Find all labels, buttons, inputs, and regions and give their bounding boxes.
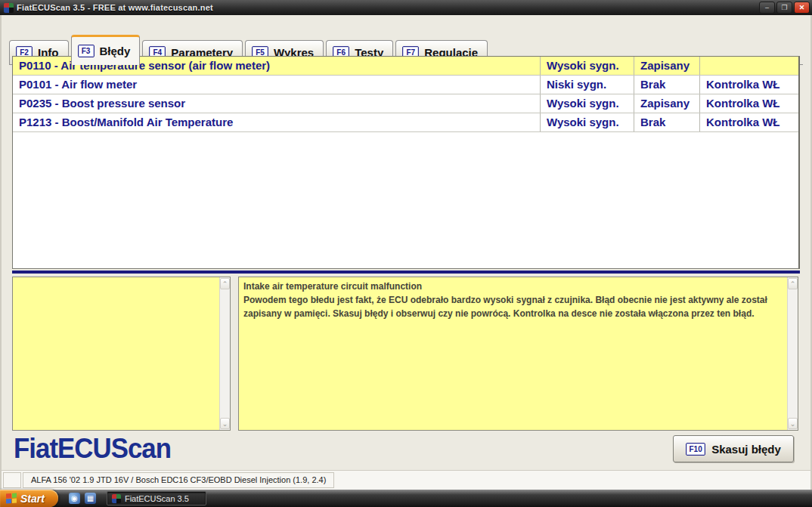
app-icon — [112, 494, 121, 503]
error-memory-status: Brak — [634, 113, 700, 131]
error-description-content: Intake air temperature circuit malfuncti… — [239, 277, 787, 430]
error-description-panel: Intake air temperature circuit malfuncti… — [238, 277, 798, 431]
section-divider — [12, 271, 800, 274]
error-memory-status: Zapisany — [634, 57, 700, 75]
title-bar: FiatECUScan 3.5 - FREE at www.fiatecusca… — [0, 0, 812, 15]
error-signal: Wysoki sygn. — [541, 113, 634, 131]
taskbar-task-fiatecuscan[interactable]: FiatECUScan 3.5 — [107, 491, 206, 505]
error-lamp-status: Kontrolka WŁ — [700, 94, 798, 113]
error-code-description: P1213 - Boost/Manifold Air Temperature — [13, 113, 541, 131]
fkey-badge: F3 — [78, 45, 95, 57]
vehicle-info: ALFA 156 '02 1.9 JTD 16V / Bosch EDC16 C… — [23, 472, 334, 488]
clear-button-label: Skasuj błędy — [711, 443, 781, 456]
restore-button[interactable]: ❐ — [776, 2, 792, 14]
left-panel-scrollbar[interactable]: ⌃ ⌄ — [219, 277, 230, 430]
status-indicator-cell — [3, 472, 21, 488]
main-window: F2 Info F3 Błędy F4 Parametery F5 Wykres… — [0, 15, 812, 490]
quick-launch-icon-1[interactable]: ◉ — [69, 493, 80, 504]
error-code-description: P0235 - Boost pressure sensor — [13, 94, 541, 113]
fiatecuscan-logo: FiatECUScan — [14, 433, 171, 465]
error-lamp-status: Kontrolka WŁ — [700, 76, 798, 94]
close-button[interactable]: ✕ — [794, 2, 810, 14]
error-lamp-status — [700, 57, 798, 75]
freeze-frame-content — [13, 277, 219, 430]
quick-launch-icon-2[interactable]: ▦ — [85, 493, 96, 504]
error-row-p0101[interactable]: P0101 - Air flow meter Niski sygn. Brak … — [13, 76, 798, 94]
error-code-description: P0101 - Air flow meter — [13, 76, 541, 94]
error-signal: Wysoki sygn. — [541, 94, 634, 113]
right-panel-scrollbar[interactable]: ⌃ ⌄ — [787, 277, 798, 430]
error-signal: Wysoki sygn. — [541, 57, 634, 75]
window-title: FiatECUScan 3.5 - FREE at www.fiatecusca… — [17, 3, 213, 12]
quick-launch-bar: ◉ ▦ — [69, 493, 96, 504]
taskbar: Start ◉ ▦ FiatECUScan 3.5 ✥ ✕ ✕ ✔ ↯ ▮ 16… — [0, 490, 812, 507]
freeze-frame-panel: ⌃ ⌄ — [12, 277, 231, 431]
scroll-up-icon[interactable]: ⌃ — [788, 278, 798, 289]
clear-errors-button[interactable]: F10 Skasuj błędy — [673, 435, 794, 462]
error-description-body: Powodem tego błedu jest fakt, że ECU ode… — [243, 293, 783, 320]
tab-label: Błędy — [100, 45, 131, 57]
app-icon — [4, 3, 14, 13]
windows-logo-icon — [6, 493, 17, 504]
minimize-button[interactable]: – — [759, 2, 775, 14]
scroll-down-icon[interactable]: ⌄ — [788, 418, 798, 429]
scroll-up-icon[interactable]: ⌃ — [220, 278, 230, 289]
error-memory-status: Brak — [634, 76, 700, 94]
error-description-title: Intake air temperature circuit malfuncti… — [243, 280, 783, 293]
tab-bledy[interactable]: F3 Błędy — [71, 35, 141, 65]
error-lamp-status: Kontrolka WŁ — [700, 113, 798, 131]
task-label: FiatECUScan 3.5 — [125, 494, 189, 503]
start-label: Start — [20, 493, 45, 505]
scroll-down-icon[interactable]: ⌄ — [220, 418, 230, 429]
status-bar: ALFA 156 '02 1.9 JTD 16V / Bosch EDC16 C… — [2, 470, 810, 490]
error-code-table: P0110 - Air temperature sensor (air flow… — [12, 56, 800, 269]
error-row-p0235[interactable]: P0235 - Boost pressure sensor Wysoki syg… — [13, 94, 798, 113]
error-row-p1213[interactable]: P1213 - Boost/Manifold Air Temperature W… — [13, 113, 798, 132]
fkey-badge: F10 — [686, 443, 705, 456]
error-memory-status: Zapisany — [634, 94, 700, 113]
error-signal: Niski sygn. — [541, 76, 634, 94]
start-button[interactable]: Start — [0, 490, 58, 507]
